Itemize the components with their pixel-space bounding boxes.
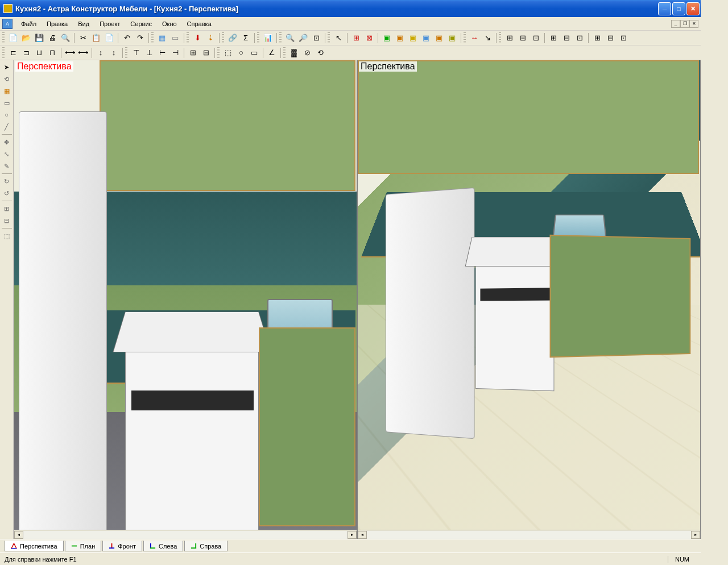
panel-icon[interactable]: ▦ [156,32,168,44]
mat3-icon[interactable]: ⟲ [314,47,326,59]
toolbar-grip[interactable] [125,47,127,59]
mdi-restore-button[interactable]: ❐ [680,20,689,28]
copy-icon[interactable]: 📋 [90,32,102,44]
align4-icon[interactable]: ⊓ [46,47,59,59]
rotate-tool-icon[interactable]: ⟲ [1,73,13,85]
cut-icon[interactable]: ✂ [77,32,89,44]
scroll-right-button[interactable]: ▸ [691,531,700,539]
print-icon[interactable]: 🖨 [46,32,59,44]
group-icon[interactable]: ⊞ [1,203,13,214]
maximize-button[interactable] [672,2,685,15]
menu-edit[interactable]: Правка [42,19,73,29]
angle-icon[interactable]: ∠ [266,47,278,59]
mat2-icon[interactable]: ⊘ [301,47,313,59]
edit-tool-icon[interactable]: ✎ [1,160,13,172]
material-tool-icon[interactable]: ▦ [1,85,13,97]
pointer-tool-icon[interactable]: ➤ [1,61,13,73]
menu-view[interactable]: Вид [73,19,94,29]
wire-icon[interactable]: ▣ [380,32,393,44]
dist4-icon[interactable]: ↕ [107,47,120,59]
save-icon[interactable]: 💾 [33,32,46,44]
dist3-icon[interactable]: ↕ [94,47,107,59]
toolbar-grip[interactable] [187,32,189,44]
align1-icon[interactable]: ⊏ [7,47,19,59]
op6-icon[interactable]: ⊟ [200,47,212,59]
layout7-icon[interactable]: ⊞ [591,32,603,44]
rect-tool-icon[interactable]: ▭ [1,97,13,109]
shade2-icon[interactable]: ▣ [407,32,419,44]
layout8-icon[interactable]: ⊟ [604,32,617,44]
mat1-icon[interactable]: ▓ [288,47,300,59]
scroll-right-button[interactable]: ▸ [348,531,357,539]
toolbar-grip[interactable] [499,32,501,44]
report-icon[interactable]: 📊 [262,32,274,44]
align2-icon[interactable]: ⊐ [20,47,32,59]
menu-window[interactable]: Окно [157,19,182,29]
fastener2-icon[interactable]: ⇣ [204,32,217,44]
zoom-fit-icon[interactable]: ⊡ [310,32,322,44]
toolbar-grip[interactable] [217,47,220,59]
layout4-icon[interactable]: ⊞ [547,32,560,44]
toolbar-grip[interactable] [2,47,5,59]
move-tool-icon[interactable]: ✥ [1,136,13,148]
shade3-icon[interactable]: ▣ [420,32,432,44]
new-icon[interactable]: 📄 [7,32,19,44]
toolbar-grip[interactable] [283,47,286,59]
line-tool-icon[interactable]: ╱ [1,121,13,132]
redo-icon[interactable]: ↷ [134,32,146,44]
mdi-close-button[interactable]: ✕ [689,20,698,28]
viewport-right-canvas[interactable]: Перспектива [358,60,700,530]
sigma-icon[interactable]: Σ [239,32,252,44]
mdi-minimize-button[interactable]: _ [671,20,680,28]
tab-left[interactable]: Слева [143,541,183,551]
scroll-track[interactable] [23,531,348,539]
toolbar-grip[interactable] [464,32,466,44]
menu-service[interactable]: Сервис [125,19,157,29]
toolbar-grip[interactable] [222,32,224,44]
cylinder-icon[interactable]: ○ [235,47,247,59]
layout6-icon[interactable]: ⊡ [573,32,586,44]
dim-icon[interactable]: ↔ [468,32,481,44]
tab-perspective[interactable]: Перспектива [5,541,64,551]
scroll-left-button[interactable]: ◂ [358,531,367,539]
menu-project[interactable]: Проект [94,19,125,29]
select-icon[interactable]: ↖ [332,32,345,44]
toolbar-grip[interactable] [328,32,330,44]
part-icon[interactable]: ▭ [248,47,260,59]
op4-icon[interactable]: ⊣ [169,47,181,59]
scroll-left-button[interactable]: ◂ [14,531,23,539]
op5-icon[interactable]: ⊞ [187,47,199,59]
toolbar-grip[interactable] [279,32,282,44]
rectangle-icon[interactable]: ▭ [169,32,181,44]
op1-icon[interactable]: ⊤ [130,47,142,59]
minimize-button[interactable] [658,2,671,15]
dist2-icon[interactable]: ⟷ [77,47,89,59]
cube-icon[interactable]: ⬚ [222,47,234,59]
paste-icon[interactable]: 📄 [103,32,115,44]
layout1-icon[interactable]: ⊞ [503,32,516,44]
shade1-icon[interactable]: ▣ [394,32,406,44]
snap2-icon[interactable]: ⊠ [363,32,375,44]
menu-help[interactable]: Справка [182,19,217,29]
tab-front[interactable]: Фронт [102,541,142,551]
shade4-icon[interactable]: ▣ [433,32,445,44]
rotate-cw-icon[interactable]: ↻ [1,176,13,187]
align3-icon[interactable]: ⊔ [33,47,46,59]
fastener-icon[interactable]: ⬇ [191,32,204,44]
layout9-icon[interactable]: ⊡ [617,32,630,44]
open-icon[interactable]: 📂 [20,32,32,44]
zoom-in-icon[interactable]: 🔍 [284,32,296,44]
snap1-icon[interactable]: ⊞ [350,32,362,44]
undo-icon[interactable]: ↶ [121,32,133,44]
toolbar-grip[interactable] [151,32,154,44]
shade5-icon[interactable]: ▣ [446,32,458,44]
scale-tool-icon[interactable]: ⤡ [1,148,13,160]
misc-tool-icon[interactable]: ⬚ [1,230,13,242]
zoom-out-icon[interactable]: 🔎 [297,32,309,44]
pointer-icon[interactable]: ↘ [481,32,494,44]
print-preview-icon[interactable]: 🔍 [59,32,72,44]
layout5-icon[interactable]: ⊟ [560,32,573,44]
tree-icon[interactable]: 🔗 [226,32,239,44]
layout2-icon[interactable]: ⊟ [516,32,529,44]
dist1-icon[interactable]: ⟷ [64,47,76,59]
